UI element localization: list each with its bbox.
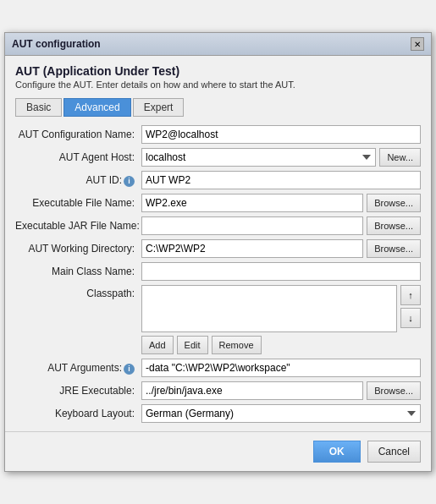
classpath-add-button[interactable]: Add — [141, 336, 174, 354]
main-class-label: Main Class Name: — [15, 266, 138, 277]
classpath-up-button[interactable]: ↑ — [400, 285, 421, 305]
aut-args-label: AUT Arguments:i — [15, 362, 138, 375]
tab-bar: Basic Advanced Expert — [15, 98, 421, 117]
classpath-edit-button[interactable]: Edit — [177, 336, 208, 354]
aut-id-input[interactable] — [141, 171, 421, 189]
exec-file-input[interactable] — [141, 194, 363, 212]
exec-jar-row: Browse... — [141, 216, 421, 235]
config-name-input[interactable] — [141, 125, 421, 144]
keyboard-layout-row: German (Germany) English (US) French (Fr… — [141, 404, 421, 423]
classpath-remove-button[interactable]: Remove — [212, 336, 262, 354]
exec-file-label: Executable File Name: — [15, 197, 138, 209]
title-bar: AUT configuration ✕ — [5, 33, 431, 56]
tab-expert[interactable]: Expert — [133, 98, 185, 117]
close-icon: ✕ — [414, 40, 421, 49]
classpath-down-button[interactable]: ↓ — [400, 308, 421, 328]
ok-button[interactable]: OK — [313, 441, 361, 463]
keyboard-layout-label: Keyboard Layout: — [15, 408, 138, 419]
main-class-row — [141, 262, 421, 281]
classpath-main: Add Edit Remove — [141, 285, 397, 354]
working-dir-label: AUT Working Directory: — [15, 243, 138, 255]
new-button[interactable]: New... — [379, 148, 421, 167]
config-name-row — [141, 125, 421, 144]
aut-id-row — [141, 171, 421, 189]
aut-args-info-icon[interactable]: i — [124, 364, 135, 375]
exec-jar-input[interactable] — [141, 216, 363, 235]
agent-host-dropdown[interactable]: localhost — [141, 148, 376, 167]
config-name-label: AUT Configuration Name: — [15, 129, 138, 140]
jre-exec-label: JRE Executable: — [15, 385, 138, 397]
keyboard-layout-dropdown[interactable]: German (Germany) English (US) French (Fr… — [141, 404, 421, 423]
jre-exec-row: Browse... — [141, 381, 421, 400]
main-class-input[interactable] — [141, 262, 421, 281]
exec-file-row: Browse... — [141, 194, 421, 212]
classpath-arrows: ↑ ↓ — [400, 285, 421, 328]
aut-id-info-icon[interactable]: i — [124, 176, 135, 187]
section-description: Configure the AUT. Enter details on how … — [15, 79, 421, 90]
close-button[interactable]: ✕ — [411, 37, 424, 51]
cancel-button[interactable]: Cancel — [367, 441, 421, 463]
jre-exec-input[interactable] — [141, 381, 363, 400]
classpath-section: Add Edit Remove ↑ ↓ — [141, 285, 421, 354]
classpath-label: Classpath: — [15, 285, 138, 299]
agent-host-label: AUT Agent Host: — [15, 151, 138, 163]
section-title: AUT (Application Under Test) — [15, 64, 421, 78]
aut-config-dialog: AUT configuration ✕ AUT (Application Und… — [4, 32, 432, 472]
aut-args-input[interactable] — [141, 359, 421, 377]
classpath-textarea[interactable] — [141, 285, 397, 332]
tab-advanced[interactable]: Advanced — [63, 98, 130, 117]
working-dir-row: Browse... — [141, 239, 421, 258]
dialog-title: AUT configuration — [12, 38, 101, 50]
working-dir-input[interactable] — [141, 239, 363, 258]
form-grid: AUT Configuration Name: AUT Agent Host: … — [15, 125, 421, 423]
dialog-footer: OK Cancel — [5, 431, 431, 471]
working-dir-browse-button[interactable]: Browse... — [367, 239, 421, 258]
exec-file-browse-button[interactable]: Browse... — [367, 194, 421, 212]
agent-host-row: localhost New... — [141, 148, 421, 167]
dialog-content: AUT (Application Under Test) Configure t… — [5, 56, 431, 431]
classpath-buttons: Add Edit Remove — [141, 336, 397, 354]
exec-jar-label: Executable JAR File Name: — [15, 220, 138, 232]
exec-jar-browse-button[interactable]: Browse... — [367, 216, 421, 235]
aut-args-row — [141, 359, 421, 377]
tab-basic[interactable]: Basic — [15, 98, 62, 117]
aut-id-label: AUT ID:i — [15, 174, 138, 187]
jre-exec-browse-button[interactable]: Browse... — [367, 381, 421, 400]
